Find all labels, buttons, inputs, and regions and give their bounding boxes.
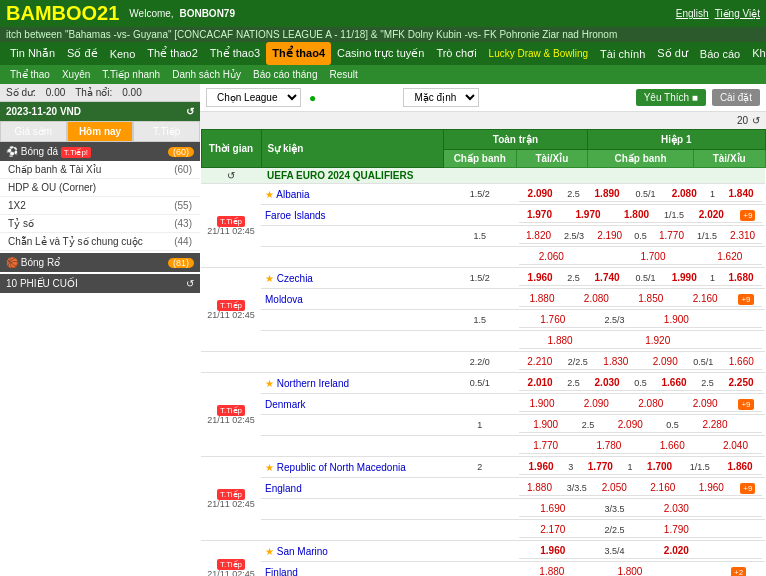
team-name-moldova[interactable]: Moldova: [265, 294, 303, 305]
table-row: 1.690 3/3.5 2.030: [201, 499, 765, 520]
star-icon[interactable]: ★: [265, 546, 274, 557]
league-bar: Chọn League ● Phân loại theo Mặc định Yê…: [200, 84, 766, 112]
table-area: Thời gian Sự kiện Toàn trận Hiệp 1 Chấp …: [200, 129, 766, 576]
team-name-nireland[interactable]: Northern Ireland: [277, 378, 349, 389]
table-row: Moldova 1.880 2.080 1.850: [201, 289, 765, 310]
subnav-result[interactable]: Result: [323, 65, 363, 84]
nav-khuyen-mai[interactable]: Khuyến mãi: [746, 42, 766, 65]
event-count: 20: [737, 115, 748, 126]
so-du-value: 0.00: [46, 87, 65, 98]
odds-hcp: 1.5/2: [443, 184, 516, 205]
nav-tai-chinh[interactable]: Tài chính: [594, 43, 651, 65]
nav-so-du[interactable]: Số dư: [651, 42, 694, 65]
yeu-thich-button[interactable]: Yêu Thích ■: [636, 89, 706, 106]
table-row: 1 1.900 2.5 2.090 0.5 2.280: [201, 415, 765, 436]
team-name-england[interactable]: England: [265, 483, 302, 494]
th-toan-tran: Toàn trận: [443, 130, 587, 150]
match-teams-england: England: [261, 478, 443, 499]
match-teams-finland: Finland: [261, 562, 443, 577]
team-name-denmark[interactable]: Denmark: [265, 399, 306, 410]
odds-table: Thời gian Sự kiện Toàn trận Hiệp 1 Chấp …: [200, 129, 766, 576]
subnav-the-thao[interactable]: Thể thao: [4, 65, 56, 84]
sidebar-item-chap-banh[interactable]: Chấp banh & Tài Xỉu (60): [0, 161, 200, 179]
sidebar-item-chan-le[interactable]: Chẵn Lẻ và Tỷ số chung cuộc (44): [0, 233, 200, 251]
team-name-mace[interactable]: Republic of North Macedonia: [277, 462, 406, 473]
nav-tro-choi[interactable]: Trò chơi: [430, 42, 482, 65]
table-header-row: Thời gian Sự kiện Toàn trận Hiệp 1: [201, 130, 765, 150]
subnav-danh-sach-huy[interactable]: Danh sách Hủy: [166, 65, 247, 84]
main-navigation: Tin Nhắn Số đề Keno Thể thao2 Thể thao3 …: [0, 42, 766, 65]
subnav-xuyen[interactable]: Xuyên: [56, 65, 96, 84]
match-time-mace: T.Tiếp 21/11 02:45: [201, 457, 261, 541]
table-row: 2.060 1.700 1.620: [201, 247, 765, 268]
nav-the-thao2[interactable]: Thể thao2: [141, 42, 203, 65]
table-row: 1.880 1.920: [201, 331, 765, 352]
phieu-cuoi[interactable]: 10 PHIẾU CUỐI ↺: [0, 274, 200, 293]
count-bar: 20 ↺: [200, 112, 766, 129]
table-row: 1.5 1.760 2.5/3 1.900: [201, 310, 765, 331]
account-bar: Số dư: 0.00 Thả nổi: 0.00: [0, 84, 200, 102]
cai-dat-button[interactable]: Cài đặt: [712, 89, 760, 106]
table-row: T.Tiếp 21/11 02:45 ★ San Marino 1.960: [201, 541, 765, 562]
sidebar: Số dư: 0.00 Thả nổi: 0.00 2023-11-20 VND…: [0, 84, 200, 576]
table-row: Faroe Islands 1.970 1.970 1.800: [201, 205, 765, 226]
brand-logo: BAMBOO21: [6, 2, 119, 25]
nav-lucky-draw[interactable]: Lucky Draw & Bowling: [483, 43, 594, 64]
sidebar-item-1x2[interactable]: 1X2 (55): [0, 197, 200, 215]
table-row: T.Tiếp 21/11 02:45 ★ Czechia 1.5/2 1.960: [201, 268, 765, 289]
tab-gia-som[interactable]: Giá sớm: [0, 121, 67, 142]
refresh-icon[interactable]: ↺: [186, 106, 194, 117]
nav-casino[interactable]: Casino trực tuyến: [331, 42, 430, 65]
lang-english[interactable]: English: [676, 8, 709, 19]
tab-hom-nay[interactable]: Hôm nay: [67, 121, 134, 142]
phan-loai-label: Phân loại theo: [324, 91, 395, 104]
team-name-faroe[interactable]: Faroe Islands: [265, 210, 326, 221]
match-teams-denmark: Denmark: [261, 394, 443, 415]
phan-loai-select[interactable]: Mặc định: [403, 88, 479, 107]
match-time-czechia: T.Tiếp 21/11 02:45: [201, 268, 261, 352]
language-switcher: English Tiếng Việt: [676, 8, 760, 19]
star-icon[interactable]: ★: [265, 378, 274, 389]
league-bar-actions: Yêu Thích ■ Cài đặt: [636, 89, 760, 106]
match-time-nireland: T.Tiếp 21/11 02:45: [201, 373, 261, 457]
table-row: 1.770 1.780 1.660 2.040: [201, 436, 765, 457]
nav-bao-cao[interactable]: Báo cáo: [694, 43, 746, 65]
team-name-finland[interactable]: Finland: [265, 567, 298, 577]
table-row: T.Tiếp 21/11 02:45 ★ Northern Ireland 0.…: [201, 373, 765, 394]
team-name-albania[interactable]: Albania: [276, 189, 309, 200]
subnav-bao-cao-thang[interactable]: Báo cáo tháng: [247, 65, 324, 84]
tab-t-tiep[interactable]: T.Tiếp: [133, 121, 200, 142]
sidebar-item-ty-so[interactable]: Tỷ số (43): [0, 215, 200, 233]
section-bong-da[interactable]: ⚽ Bóng đá T.Tiếp! (60): [0, 142, 200, 161]
nav-keno[interactable]: Keno: [104, 43, 142, 65]
section-bong-ro[interactable]: 🏀 Bóng Rổ (81): [0, 253, 200, 272]
table-row: Denmark 1.900 2.090 2.080: [201, 394, 765, 415]
nav-so-de[interactable]: Số đề: [61, 42, 104, 65]
top-bar: BAMBOO21 Welcome, BONBON79 English Tiếng…: [0, 0, 766, 27]
league-reload[interactable]: ↺: [201, 168, 261, 184]
team-name-sanmarino[interactable]: San Marino: [277, 546, 328, 557]
table-row: T.Tiếp 21/11 02:45 ★ Republic of North M…: [201, 457, 765, 478]
star-icon[interactable]: ★: [265, 462, 274, 473]
lang-vietnamese[interactable]: Tiếng Việt: [715, 8, 760, 19]
refresh-icon[interactable]: ↺: [752, 115, 760, 126]
match-teams-sanmarino: ★ San Marino: [261, 541, 443, 562]
sidebar-item-hdp[interactable]: HDP & OU (Corner): [0, 179, 200, 197]
match-time-sanmarino: T.Tiếp 21/11 02:45: [201, 541, 261, 577]
league-header-row: ↺ UEFA EURO 2024 QUALIFIERS: [201, 168, 765, 184]
so-du-label: Số dư:: [6, 87, 36, 98]
match-time-albania: T.Tiếp 21/11 02:45: [201, 184, 261, 268]
star-icon[interactable]: ★: [265, 189, 274, 200]
match-teams-nireland: ★ Northern Ireland: [261, 373, 443, 394]
th-su-kien: Sự kiện: [261, 130, 443, 168]
nav-the-thao4[interactable]: Thể thao4: [266, 42, 331, 65]
subnav-tiep-nhanh[interactable]: T.Tiếp nhanh: [96, 65, 166, 84]
league-select[interactable]: Chọn League: [206, 88, 301, 107]
nav-the-thao3[interactable]: Thể thao3: [204, 42, 266, 65]
team-name-czechia[interactable]: Czechia: [277, 273, 313, 284]
th-tai-xiu-1: Tài/Xỉu: [516, 150, 588, 168]
th-chap-banh-2: Chấp banh: [588, 150, 694, 168]
match-teams-czechia: ★ Czechia: [261, 268, 443, 289]
nav-tin-nhan[interactable]: Tin Nhắn: [4, 42, 61, 65]
star-icon[interactable]: ★: [265, 273, 274, 284]
